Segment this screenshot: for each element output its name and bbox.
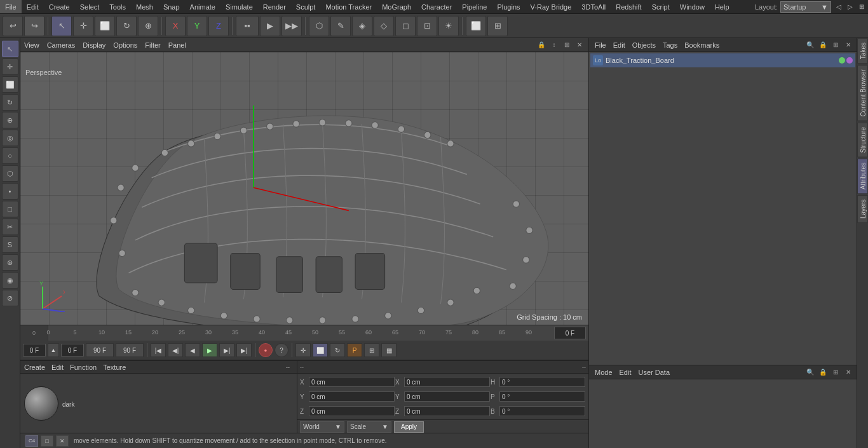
sidebar-scale-btn[interactable]: ⬜ bbox=[2, 76, 18, 93]
menu-redshift[interactable]: Redshift bbox=[611, 0, 646, 13]
mat-create[interactable]: Create bbox=[24, 363, 45, 371]
z-pos-input[interactable] bbox=[309, 406, 395, 416]
rotate-tool-button[interactable]: ↻ bbox=[116, 16, 137, 36]
sidebar-rotate-btn[interactable]: ↻ bbox=[2, 94, 18, 111]
menu-mesh[interactable]: Mesh bbox=[131, 0, 158, 13]
sidebar-knife-btn[interactable]: ✂ bbox=[2, 219, 18, 235]
end-preview-input[interactable]: 90 F bbox=[86, 343, 114, 357]
menu-help[interactable]: Help bbox=[710, 0, 735, 13]
sidebar-box-btn[interactable]: □ bbox=[2, 201, 18, 217]
sidebar-grab-btn[interactable]: ⊘ bbox=[2, 290, 18, 306]
scale-dropdown[interactable]: Scale ▼ bbox=[347, 421, 391, 433]
render-region-button[interactable]: ▪▪ bbox=[236, 16, 259, 36]
attr-close-icon[interactable]: ✕ bbox=[843, 367, 854, 378]
mat-texture[interactable]: Texture bbox=[103, 363, 126, 371]
z-size-input[interactable] bbox=[404, 406, 490, 416]
obj-menu-edit[interactable]: Edit bbox=[610, 41, 628, 49]
render-preview-button[interactable]: ▶ bbox=[260, 16, 280, 36]
scale-tool-button[interactable]: ⬜ bbox=[95, 16, 115, 36]
sidebar-s-btn[interactable]: S bbox=[2, 236, 18, 253]
redo-button[interactable]: ↪ bbox=[24, 16, 44, 36]
menu-file[interactable]: File bbox=[0, 0, 22, 13]
sidebar-transform-btn[interactable]: ⊕ bbox=[2, 112, 18, 128]
end-frame-input[interactable]: 90 F bbox=[116, 343, 144, 357]
vp-icon-close[interactable]: ✕ bbox=[574, 40, 585, 50]
transform-button[interactable]: ⊕ bbox=[138, 16, 158, 36]
obj-menu-objects[interactable]: Objects bbox=[629, 41, 659, 49]
prev-frame-btn[interactable]: ◀| bbox=[168, 343, 183, 357]
object-row-black-traction[interactable]: Lo Black_Traction_Board bbox=[590, 53, 855, 67]
goto-start-btn[interactable]: |◀ bbox=[151, 343, 166, 357]
apply-button[interactable]: Apply bbox=[394, 421, 424, 433]
mat-function[interactable]: Function bbox=[70, 363, 97, 371]
menu-3dtoall[interactable]: 3DToAll bbox=[576, 0, 611, 13]
menu-character[interactable]: Character bbox=[416, 0, 457, 13]
vtab-takes[interactable]: Takes bbox=[857, 38, 868, 64]
h-rot-input[interactable] bbox=[499, 377, 585, 387]
sidebar-magnet-btn[interactable]: ⊛ bbox=[2, 254, 18, 271]
x-size-input[interactable] bbox=[404, 377, 490, 387]
menu-render[interactable]: Render bbox=[258, 0, 291, 13]
frame-inc-btn[interactable]: ▲ bbox=[48, 343, 59, 357]
camera-button[interactable]: ⊡ bbox=[417, 16, 437, 36]
status-icon-3[interactable]: ✕ bbox=[56, 435, 69, 447]
obj-expand-icon[interactable]: ⊞ bbox=[830, 39, 841, 51]
floor-button[interactable]: ⬜ bbox=[466, 16, 486, 36]
spline-button[interactable]: ✎ bbox=[330, 16, 351, 36]
menu-motion-tracker[interactable]: Motion Tracker bbox=[320, 0, 377, 13]
menu-sculpt[interactable]: Sculpt bbox=[291, 0, 321, 13]
menu-animate[interactable]: Animate bbox=[185, 0, 220, 13]
nurbs-button[interactable]: ◈ bbox=[352, 16, 372, 36]
status-icon-1[interactable]: C4 bbox=[25, 435, 38, 447]
obj-close-icon[interactable]: ✕ bbox=[843, 39, 854, 51]
obj-search-icon[interactable]: 🔍 bbox=[804, 39, 816, 51]
select-tool-button[interactable]: ↖ bbox=[51, 16, 72, 36]
obj-lock-icon[interactable]: 🔒 bbox=[817, 39, 829, 51]
layout-icon-left[interactable]: ◁ bbox=[831, 3, 843, 10]
axis-z-button[interactable]: Z bbox=[208, 16, 229, 36]
menu-tools[interactable]: Tools bbox=[104, 0, 131, 13]
sidebar-live-btn[interactable]: ◎ bbox=[2, 130, 18, 146]
menu-simulate[interactable]: Simulate bbox=[220, 0, 258, 13]
tc-move-btn[interactable]: ✛ bbox=[295, 343, 311, 357]
start-frame-input[interactable]: 0 F bbox=[23, 344, 46, 356]
obj-dot-green[interactable] bbox=[839, 57, 845, 64]
menu-select[interactable]: Select bbox=[75, 0, 105, 13]
grid-button[interactable]: ⊞ bbox=[487, 16, 508, 36]
next-btn[interactable]: ▶| bbox=[219, 343, 234, 357]
prev-btn[interactable]: ◀ bbox=[185, 343, 200, 357]
sidebar-point-btn[interactable]: • bbox=[2, 183, 18, 200]
sidebar-select-btn[interactable]: ↖ bbox=[2, 41, 18, 57]
layout-icon-expand[interactable]: ⊞ bbox=[854, 3, 865, 10]
current-frame-box[interactable]: 0 F bbox=[554, 327, 586, 339]
attr-search-icon[interactable]: 🔍 bbox=[804, 367, 816, 378]
vtab-layers[interactable]: Layers bbox=[857, 195, 868, 223]
menu-snap[interactable]: Snap bbox=[158, 0, 185, 13]
y-pos-input[interactable] bbox=[309, 391, 395, 402]
vp-menu-panel[interactable]: Panel bbox=[168, 41, 186, 49]
attr-edit[interactable]: Edit bbox=[616, 369, 635, 376]
mat-edit[interactable]: Edit bbox=[51, 363, 64, 371]
attr-lock-icon[interactable]: 🔒 bbox=[817, 367, 829, 378]
goto-end-btn[interactable]: ▶| bbox=[236, 343, 252, 357]
status-icon-2[interactable]: □ bbox=[41, 435, 53, 447]
attr-user-data[interactable]: User Data bbox=[635, 369, 674, 376]
play-btn[interactable]: ▶ bbox=[202, 343, 217, 357]
help-btn[interactable]: ? bbox=[275, 343, 288, 357]
vp-icon-arrows[interactable]: ↕ bbox=[549, 40, 559, 50]
world-dropdown[interactable]: World ▼ bbox=[300, 421, 344, 433]
cube-button[interactable]: ⬡ bbox=[309, 16, 329, 36]
layout-dropdown[interactable]: Startup ▼ bbox=[780, 1, 831, 13]
current-frame-input[interactable]: 0 F bbox=[61, 344, 84, 356]
viewport[interactable]: View Cameras Display Options Filter Pane… bbox=[20, 38, 588, 325]
y-size-input[interactable] bbox=[404, 391, 490, 402]
obj-dot-purple[interactable] bbox=[846, 57, 853, 64]
material-preview[interactable] bbox=[24, 386, 58, 421]
tc-rotate-btn[interactable]: ↻ bbox=[330, 343, 345, 357]
sidebar-paint-btn[interactable]: ◉ bbox=[2, 272, 18, 288]
obj-menu-bookmarks[interactable]: Bookmarks bbox=[681, 41, 722, 49]
vp-menu-options[interactable]: Options bbox=[113, 41, 137, 49]
deformer-button[interactable]: ◇ bbox=[374, 16, 394, 36]
vp-icon-maximize[interactable]: ⊞ bbox=[562, 40, 572, 50]
env-button[interactable]: ◻ bbox=[395, 16, 416, 36]
